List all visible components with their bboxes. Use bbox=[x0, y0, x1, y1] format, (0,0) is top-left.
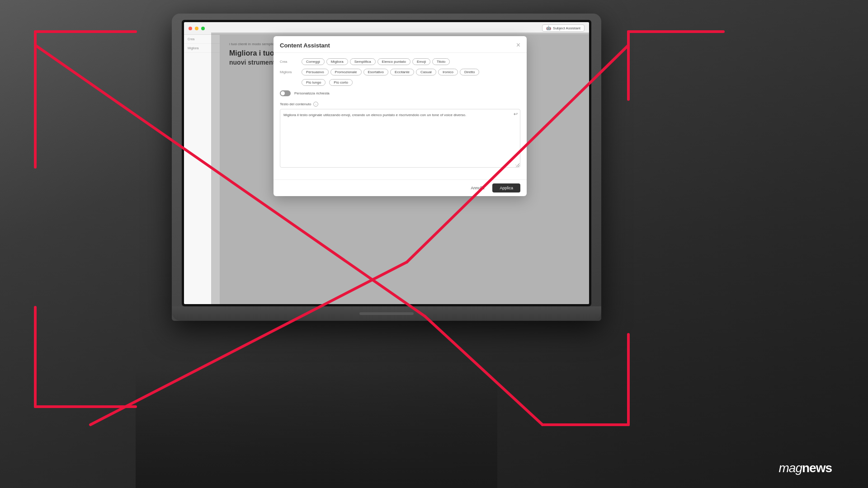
logo-mag: mag bbox=[779, 461, 802, 475]
tag-esortativo[interactable]: Esortativo bbox=[363, 69, 389, 75]
tag-eccitante[interactable]: Eccitante bbox=[390, 69, 414, 75]
personalizza-label: Personalizza richiesta bbox=[294, 91, 330, 95]
tag-titolo[interactable]: Titolo bbox=[432, 58, 450, 65]
expand-dot bbox=[201, 27, 205, 30]
robot-icon: 🤖 bbox=[546, 26, 551, 30]
screen-bezel: 🤖 Subject Assistant Crea Migliora i tuoi… bbox=[182, 20, 591, 306]
tag-casual[interactable]: Casual bbox=[416, 69, 436, 75]
row-label-crea: Crea bbox=[280, 58, 298, 64]
laptop-base bbox=[172, 306, 601, 321]
content-field-container: Testo del contenuto i Migliora il testo … bbox=[280, 102, 520, 169]
tag-semplifica[interactable]: Semplifica bbox=[350, 58, 376, 65]
subject-assistant-button[interactable]: 🤖 Subject Assistant bbox=[542, 24, 585, 32]
content-textarea[interactable]: Migliora il testo originale utilizzando … bbox=[280, 109, 520, 168]
field-label-row: Testo del contenuto i bbox=[280, 102, 520, 107]
content-assistant-modal: Content Assistant × Crea Correggi Miglio… bbox=[274, 36, 527, 196]
trackpad bbox=[359, 312, 414, 315]
tag-emoji[interactable]: Emoji bbox=[412, 58, 430, 65]
textarea-wrapper: Migliora il testo originale utilizzando … bbox=[280, 109, 520, 169]
tag-persuasivo[interactable]: Persuasivo bbox=[302, 69, 329, 75]
modal-row-length: Più lungo Più corto bbox=[280, 79, 520, 86]
tag-elenco-puntato[interactable]: Elenco puntato bbox=[377, 58, 410, 65]
magnews-logo: mag news bbox=[779, 461, 832, 475]
subject-assistant-label: Subject Assistant bbox=[553, 26, 580, 30]
minimize-dot bbox=[195, 27, 198, 30]
field-label-text: Testo del contenuto bbox=[280, 102, 311, 106]
cancel-button[interactable]: Annulla bbox=[466, 183, 489, 192]
logo-news: news bbox=[802, 461, 832, 475]
tag-correggi[interactable]: Correggi bbox=[302, 58, 325, 65]
laptop-body: 🤖 Subject Assistant Crea Migliora i tuoi… bbox=[172, 14, 601, 321]
close-dot bbox=[189, 27, 192, 30]
modal-row-migliora: Migliora Persuasivo Promozionale Esortat… bbox=[280, 69, 520, 75]
apply-button[interactable]: Applica bbox=[492, 183, 520, 192]
modal-close-button[interactable]: × bbox=[516, 42, 520, 49]
modal-header: Content Assistant × bbox=[274, 36, 527, 53]
tag-ironico[interactable]: Ironico bbox=[438, 69, 458, 75]
hands-area bbox=[136, 371, 497, 488]
tag-piu-lungo[interactable]: Più lungo bbox=[302, 79, 326, 86]
modal-footer: Annulla Applica bbox=[274, 179, 527, 196]
tags-row2: Persuasivo Promozionale Esortativo Eccit… bbox=[302, 69, 479, 75]
row-label-migliora: Migliora bbox=[280, 69, 298, 74]
personalizza-row: Personalizza richiesta bbox=[280, 90, 520, 96]
screen-content: 🤖 Subject Assistant Crea Migliora i tuoi… bbox=[184, 22, 589, 304]
tag-diretto[interactable]: Diretto bbox=[460, 69, 480, 75]
tag-migliora[interactable]: Migliora bbox=[326, 58, 348, 65]
resize-handle-icon: ⇲ bbox=[515, 164, 519, 168]
tag-piu-corto[interactable]: Più corto bbox=[329, 79, 353, 86]
tags-row1: Correggi Migliora Semplifica Elenco punt… bbox=[302, 58, 450, 65]
modal-body: Crea Correggi Migliora Semplifica Elenco… bbox=[274, 53, 527, 179]
modal-row-crea: Crea Correggi Migliora Semplifica Elenco… bbox=[280, 58, 520, 65]
field-info-icon[interactable]: i bbox=[313, 102, 318, 107]
modal-overlay: Content Assistant × Crea Correggi Miglio… bbox=[211, 33, 589, 304]
undo-icon[interactable]: ↩ bbox=[514, 111, 518, 117]
tag-promozionale[interactable]: Promozionale bbox=[330, 69, 362, 75]
main-content-area: i tuoi clienti in modo semplice e veloce… bbox=[220, 35, 589, 304]
personalizza-toggle[interactable] bbox=[280, 90, 291, 96]
modal-title: Content Assistant bbox=[280, 42, 330, 49]
